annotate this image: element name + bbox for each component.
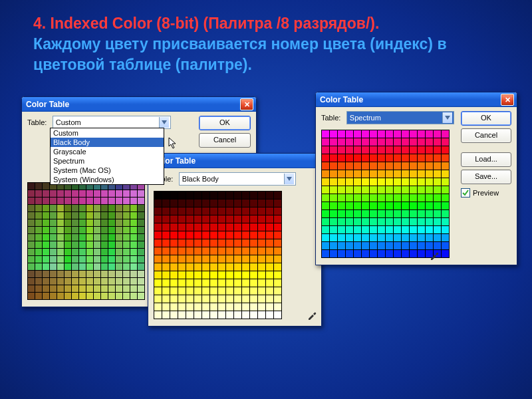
color-swatch[interactable] xyxy=(370,170,377,178)
color-swatch[interactable] xyxy=(108,241,115,248)
color-swatch[interactable] xyxy=(210,200,217,207)
color-swatch[interactable] xyxy=(43,263,49,270)
color-swatch[interactable] xyxy=(170,231,178,239)
color-swatch[interactable] xyxy=(378,226,385,233)
color-swatch[interactable] xyxy=(250,207,257,215)
color-swatch[interactable] xyxy=(242,207,249,215)
color-swatch[interactable] xyxy=(266,263,273,271)
color-swatch[interactable] xyxy=(72,227,78,233)
color-swatch[interactable] xyxy=(94,205,100,211)
color-swatch[interactable] xyxy=(418,242,425,249)
color-swatch[interactable] xyxy=(386,194,393,201)
color-swatch[interactable] xyxy=(35,241,42,248)
color-swatch[interactable] xyxy=(338,170,345,178)
color-swatch[interactable] xyxy=(234,223,241,231)
color-swatch[interactable] xyxy=(170,295,178,303)
color-swatch[interactable] xyxy=(130,263,137,270)
color-swatch[interactable] xyxy=(250,215,257,223)
color-swatch[interactable] xyxy=(123,256,130,263)
color-swatch[interactable] xyxy=(330,202,337,209)
color-swatch[interactable] xyxy=(101,249,108,255)
color-swatch[interactable] xyxy=(322,226,329,233)
color-swatch[interactable] xyxy=(394,234,401,241)
color-swatch[interactable] xyxy=(178,279,186,287)
color-swatch[interactable] xyxy=(338,162,345,170)
color-swatch[interactable] xyxy=(330,218,337,225)
color-swatch[interactable] xyxy=(86,278,93,285)
color-swatch[interactable] xyxy=(28,256,35,263)
color-swatch[interactable] xyxy=(362,242,369,249)
color-swatch[interactable] xyxy=(43,234,49,241)
color-swatch[interactable] xyxy=(226,207,233,215)
color-swatch[interactable] xyxy=(426,162,433,170)
color-swatch[interactable] xyxy=(258,215,265,223)
color-swatch[interactable] xyxy=(72,190,78,197)
color-swatch[interactable] xyxy=(234,200,241,207)
color-swatch[interactable] xyxy=(338,186,345,194)
color-swatch[interactable] xyxy=(442,234,449,241)
color-swatch[interactable] xyxy=(154,255,162,263)
color-swatch[interactable] xyxy=(434,218,441,225)
color-swatch[interactable] xyxy=(116,249,122,255)
color-swatch[interactable] xyxy=(266,223,273,231)
color-swatch[interactable] xyxy=(28,249,35,255)
color-swatch[interactable] xyxy=(258,311,265,319)
color-swatch[interactable] xyxy=(178,271,186,279)
color-swatch[interactable] xyxy=(402,226,409,233)
color-swatch[interactable] xyxy=(116,263,122,270)
color-swatch[interactable] xyxy=(50,285,57,292)
color-swatch[interactable] xyxy=(57,205,64,211)
color-swatch[interactable] xyxy=(130,212,137,219)
color-swatch[interactable] xyxy=(194,192,201,199)
color-swatch[interactable] xyxy=(162,200,170,207)
color-swatch[interactable] xyxy=(386,250,393,257)
color-swatch[interactable] xyxy=(354,138,361,146)
color-swatch[interactable] xyxy=(57,227,64,233)
color-swatch[interactable] xyxy=(170,215,178,223)
color-swatch[interactable] xyxy=(394,186,401,194)
color-swatch[interactable] xyxy=(79,219,86,226)
color-swatch[interactable] xyxy=(108,190,115,197)
color-swatch[interactable] xyxy=(57,256,64,263)
color-swatch[interactable] xyxy=(218,311,225,319)
color-swatch[interactable] xyxy=(394,202,401,209)
color-swatch[interactable] xyxy=(346,178,353,186)
color-swatch[interactable] xyxy=(162,247,170,255)
color-swatch[interactable] xyxy=(418,226,425,233)
color-swatch[interactable] xyxy=(123,234,130,241)
color-swatch[interactable] xyxy=(370,186,377,194)
color-swatch[interactable] xyxy=(354,186,361,194)
color-swatch[interactable] xyxy=(362,186,369,194)
color-swatch[interactable] xyxy=(354,210,361,217)
color-swatch[interactable] xyxy=(386,170,393,178)
color-swatch[interactable] xyxy=(101,263,108,270)
color-swatch[interactable] xyxy=(442,162,449,170)
color-swatch[interactable] xyxy=(378,210,385,217)
color-swatch[interactable] xyxy=(186,255,194,263)
color-swatch[interactable] xyxy=(250,287,257,295)
color-swatch[interactable] xyxy=(194,279,201,287)
color-swatch[interactable] xyxy=(186,295,194,303)
color-swatch[interactable] xyxy=(322,170,329,178)
color-swatch[interactable] xyxy=(116,219,122,226)
color-swatch[interactable] xyxy=(338,226,345,233)
color-swatch[interactable] xyxy=(72,241,78,248)
color-swatch[interactable] xyxy=(266,295,273,303)
color-swatch[interactable] xyxy=(250,279,257,287)
color-swatch[interactable] xyxy=(394,250,401,257)
color-swatch[interactable] xyxy=(154,200,162,207)
color-swatch[interactable] xyxy=(362,146,369,154)
color-swatch[interactable] xyxy=(65,227,71,233)
color-swatch[interactable] xyxy=(338,218,345,225)
color-swatch[interactable] xyxy=(338,154,345,162)
color-swatch[interactable] xyxy=(210,295,217,303)
color-swatch[interactable] xyxy=(346,138,353,146)
color-swatch[interactable] xyxy=(154,303,162,311)
titlebar[interactable]: Color Table ✕ xyxy=(22,97,256,112)
color-swatch[interactable] xyxy=(35,183,42,190)
color-swatch[interactable] xyxy=(116,293,122,299)
color-swatch[interactable] xyxy=(43,205,49,211)
color-swatch[interactable] xyxy=(194,231,201,239)
color-swatch[interactable] xyxy=(202,287,209,295)
color-swatch[interactable] xyxy=(194,255,201,263)
